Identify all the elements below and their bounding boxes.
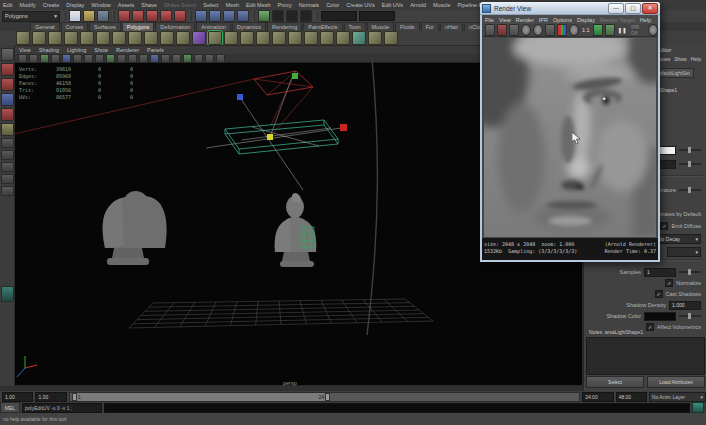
playback-start-field[interactable]: 1.00	[2, 392, 33, 402]
samples-slider[interactable]	[679, 271, 701, 273]
menu-item[interactable]: Arnold	[410, 2, 426, 8]
render-region-icon[interactable]	[509, 24, 519, 36]
new-scene-icon[interactable]	[69, 10, 81, 22]
samples-field[interactable]: 1	[644, 268, 676, 277]
menu-item[interactable]: Window	[91, 2, 111, 8]
render-view-menu-item[interactable]: Render Target	[600, 17, 635, 23]
menu-item[interactable]: Edit	[3, 2, 12, 8]
keep-image-icon[interactable]	[593, 24, 603, 36]
extrude-icon[interactable]	[320, 31, 334, 45]
menu-item[interactable]: Color	[326, 2, 339, 8]
smooth-icon[interactable]	[304, 31, 318, 45]
poly-helix-icon[interactable]	[160, 31, 174, 45]
poly-cube-icon[interactable]	[32, 31, 46, 45]
render-current-frame-icon[interactable]	[272, 10, 284, 22]
highlight-selection-icon[interactable]	[160, 10, 172, 22]
range-slider-track[interactable]: 1 24	[69, 392, 580, 402]
render-view-menu-item[interactable]: File	[485, 17, 494, 23]
command-input[interactable]: polyEditUV -u 0 -v 1 ;	[22, 403, 102, 413]
select-by-hierarchy-icon[interactable]	[118, 10, 130, 22]
attribute-editor-menu-item[interactable]: Help	[691, 56, 701, 62]
playback-end-field[interactable]: 48.00	[616, 392, 647, 402]
move-tool-icon[interactable]	[1, 93, 14, 106]
menu-item[interactable]: Mesh	[226, 2, 239, 8]
shelf-tab[interactable]: Curves	[61, 22, 88, 31]
render-settings-icon[interactable]	[300, 10, 312, 22]
pause-ipr-icon[interactable]: ❚❚	[617, 27, 628, 33]
combine-icon[interactable]	[208, 31, 222, 45]
paint-select-tool-icon[interactable]	[1, 78, 14, 91]
animation-end-field[interactable]: 24.00	[582, 392, 613, 402]
layout-scene-thumbnail-icon[interactable]	[1, 286, 14, 302]
close-button[interactable]: ✕	[642, 3, 658, 14]
render-view-menu-item[interactable]: IPR	[539, 17, 548, 23]
redo-previous-render-icon[interactable]	[497, 24, 507, 36]
boolean-intersection-icon[interactable]	[288, 31, 302, 45]
cast-shadows-checkbox[interactable]: ✓	[655, 290, 663, 298]
menu-item[interactable]: Edit UVs	[382, 2, 403, 8]
head-bust-model[interactable]	[275, 193, 317, 267]
rgb-channel-icon[interactable]	[557, 24, 567, 36]
maximize-button[interactable]: ▢	[625, 3, 641, 14]
snap-to-point-icon[interactable]	[223, 10, 235, 22]
snap-to-plane-icon[interactable]	[237, 10, 249, 22]
layout-persp-graph-icon[interactable]	[1, 174, 14, 184]
ipr-render-icon[interactable]	[521, 24, 531, 36]
poly-prism-icon[interactable]	[112, 31, 126, 45]
menu-item[interactable]: Select	[203, 2, 218, 8]
menu-set-selector[interactable]: Polygons▾	[2, 11, 60, 22]
poly-cone-icon[interactable]	[64, 31, 78, 45]
manipulator-center-handle[interactable]	[267, 134, 273, 140]
decay-rate-dropdown[interactable]: No Decay▾	[655, 234, 701, 244]
select-by-object-icon[interactable]	[132, 10, 144, 22]
poly-torus-icon[interactable]	[96, 31, 110, 45]
layout-persp-outliner-icon[interactable]	[1, 162, 14, 172]
menu-item[interactable]: Create	[43, 2, 60, 8]
select-button[interactable]: Select	[586, 376, 644, 388]
attribute-editor-menu-item[interactable]: Show	[674, 56, 687, 62]
shelf-tab[interactable]: General	[30, 22, 60, 31]
poly-pipe-icon[interactable]	[144, 31, 158, 45]
shelf-tab[interactable]: Polygons	[122, 22, 155, 31]
area-light-manipulator[interactable]	[15, 71, 347, 190]
shelf-tab[interactable]: Rendering	[267, 22, 302, 31]
menu-item[interactable]: Shave	[141, 2, 157, 8]
render-view-title-bar[interactable]: Render View — ▢ ✕	[480, 2, 660, 15]
platonic-solid-icon[interactable]	[192, 31, 206, 45]
command-language-toggle[interactable]: MEL	[0, 402, 20, 413]
select-tool-icon[interactable]	[1, 48, 14, 61]
snapshot-icon[interactable]	[545, 24, 555, 36]
insert-edge-loop-icon[interactable]	[384, 31, 398, 45]
menu-item[interactable]: Assets	[118, 2, 135, 8]
shelf-tab[interactable]: Fluids	[395, 22, 420, 31]
shelf-tab[interactable]: PaintEffects	[303, 22, 342, 31]
notes-textarea[interactable]	[586, 337, 705, 375]
intensity-slider[interactable]	[679, 163, 701, 165]
refresh-ipr-icon[interactable]	[533, 24, 543, 36]
anim-layer-selector[interactable]: No Anim Layer▾	[649, 392, 706, 402]
normalize-checkbox[interactable]: ✓	[665, 279, 673, 287]
render-view-window[interactable]: Render View — ▢ ✕ FileViewRenderIPROptio…	[480, 2, 660, 262]
emit-diffuse-checkbox[interactable]: ✓	[660, 222, 668, 230]
shelf-tab[interactable]: Surfaces	[89, 22, 121, 31]
save-scene-icon[interactable]	[97, 10, 109, 22]
snap-to-curve-icon[interactable]	[209, 10, 221, 22]
ipr-render-icon[interactable]	[286, 10, 298, 22]
shadow-color-slider[interactable]	[679, 315, 701, 317]
quick-selection-field[interactable]	[321, 11, 357, 21]
shelf-tab[interactable]: nHair	[440, 22, 463, 31]
headless-bust-model[interactable]	[103, 191, 167, 265]
shelf-tab[interactable]: Deformation	[155, 22, 195, 31]
poly-soccerball-icon[interactable]	[176, 31, 190, 45]
shelf-tab[interactable]: Toon	[344, 22, 366, 31]
poly-cylinder-icon[interactable]	[48, 31, 62, 45]
construction-history-icon[interactable]	[258, 10, 270, 22]
menu-item[interactable]: Proxy	[278, 2, 292, 8]
affect-volumetrics-checkbox[interactable]: ✓	[646, 323, 654, 331]
extract-icon[interactable]	[240, 31, 254, 45]
layout-hypershade-icon[interactable]	[1, 186, 14, 196]
render-view-menu-item[interactable]: Render	[516, 17, 534, 23]
zoom-one-to-one-button[interactable]: 1:1	[581, 27, 591, 33]
menu-item[interactable]: Display	[66, 2, 84, 8]
layout-four-pane-icon[interactable]	[1, 150, 14, 160]
